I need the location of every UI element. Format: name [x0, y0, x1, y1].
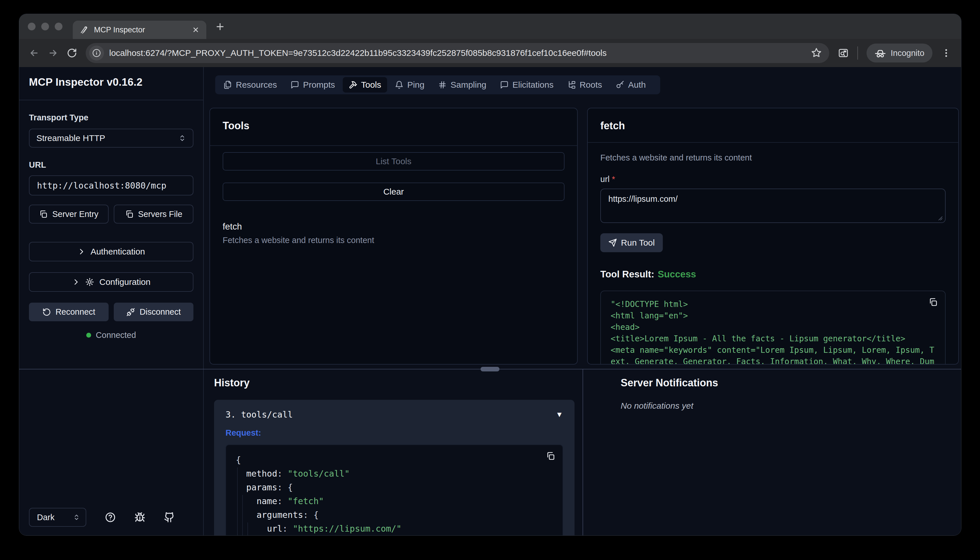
request-label: Request:	[226, 428, 563, 438]
indent-guide	[237, 467, 238, 536]
hash-icon	[438, 80, 447, 89]
copy-icon[interactable]	[928, 297, 938, 307]
tools-panel-title: Tools	[210, 108, 577, 146]
tab-elicitations[interactable]: Elicitations	[494, 77, 559, 93]
key-icon	[616, 80, 624, 89]
window-close-button[interactable]	[28, 23, 35, 30]
tab-label: Ping	[407, 80, 424, 90]
tab-label: Auth	[628, 80, 646, 90]
menu-dots-icon[interactable]	[941, 48, 951, 58]
app-viewport: MCP Inspector v0.16.2 Transport Type Str…	[19, 67, 961, 536]
rotate-ccw-icon	[42, 308, 51, 317]
servers-file-button[interactable]: Servers File	[114, 205, 193, 223]
disconnect-button[interactable]: Disconnect	[114, 303, 193, 321]
tab-roots[interactable]: Roots	[561, 77, 608, 93]
incognito-spy-icon	[875, 47, 886, 59]
collapse-caret-icon[interactable]: ▼	[556, 410, 563, 419]
servers-file-label: Servers File	[138, 210, 183, 219]
chevron-right-icon	[72, 278, 80, 286]
clear-button[interactable]: Clear	[223, 183, 564, 201]
tab-tools[interactable]: Tools	[343, 77, 387, 93]
sidebar-divider	[19, 100, 203, 100]
tab-label: Tools	[361, 80, 381, 90]
status-label: Connected	[96, 330, 136, 340]
list-tools-label: List Tools	[376, 157, 411, 166]
param-name: url	[600, 175, 609, 184]
bookmark-star-icon[interactable]	[811, 48, 825, 58]
forward-icon[interactable]	[48, 48, 58, 58]
notifications-empty-text: No notifications yet	[621, 401, 961, 411]
history-entry-card: 3. tools/call ▼ Request: { method: "tool…	[214, 400, 574, 536]
param-url-textarea[interactable]: https://lipsum.com/	[600, 188, 946, 223]
tab-title: MCP Inspector	[94, 25, 187, 34]
indent-guide	[248, 522, 248, 536]
chevrons-up-down-icon	[73, 514, 80, 521]
disconnect-label: Disconnect	[140, 307, 181, 317]
tool-detail-description: Fetches a website and returns its conten…	[600, 153, 946, 162]
tool-result-status: Success	[658, 269, 696, 280]
window-zoom-button[interactable]	[55, 23, 62, 30]
tab-prompts[interactable]: Prompts	[285, 77, 341, 93]
authentication-label: Authentication	[91, 247, 145, 257]
tool-description: Fetches a website and returns its conten…	[223, 236, 564, 245]
browser-tab[interactable]: MCP Inspector	[73, 21, 206, 39]
chevrons-up-down-icon	[178, 134, 186, 142]
back-icon[interactable]	[29, 48, 39, 58]
authentication-button[interactable]: Authentication	[29, 242, 193, 262]
search-tabs-icon[interactable]	[838, 48, 849, 58]
history-entry-header[interactable]: 3. tools/call ▼	[226, 410, 563, 420]
server-notifications-title: Server Notifications	[621, 377, 961, 389]
tab-resources[interactable]: Resources	[218, 77, 283, 93]
url-bar[interactable]: localhost:6274/?MCP_PROXY_AUTH_TOKEN=9e7…	[86, 43, 829, 63]
app-title: MCP Inspector v0.16.2	[29, 76, 193, 88]
tab-ping[interactable]: Ping	[389, 77, 430, 93]
copy-icon	[39, 210, 48, 218]
reload-icon[interactable]	[67, 48, 77, 58]
copy-icon	[125, 210, 133, 218]
hammer-icon	[349, 80, 357, 89]
resize-grip-icon[interactable]	[938, 215, 943, 221]
tool-result-code-lines: "<!DOCTYPE html><html lang="en"><head><t…	[611, 298, 935, 365]
bell-icon	[395, 80, 403, 89]
site-info-icon[interactable]	[89, 45, 104, 60]
github-icon[interactable]	[164, 512, 175, 523]
transport-type-select[interactable]: Streamable HTTP	[29, 129, 193, 148]
window-controls[interactable]	[28, 14, 62, 39]
tool-result-codeblock: "<!DOCTYPE html><html lang="en"><head><t…	[600, 291, 946, 365]
tool-list-item-fetch[interactable]: fetch Fetches a website and returns its …	[223, 222, 564, 245]
url-label: URL	[29, 160, 193, 170]
theme-select[interactable]: Dark	[29, 508, 86, 527]
request-codeblock: { method: "tools/call" params: { name: "…	[226, 445, 563, 536]
connection-status: Connected	[29, 330, 193, 340]
help-circle-icon[interactable]	[105, 512, 116, 523]
mcp-logo-icon	[80, 25, 89, 34]
reconnect-label: Reconnect	[56, 307, 95, 317]
theme-value: Dark	[37, 513, 73, 522]
server-entry-label: Server Entry	[52, 210, 98, 219]
bug-icon[interactable]	[135, 512, 145, 523]
tools-panel: Tools List Tools Clear fetch Fetches a w…	[210, 108, 578, 365]
configuration-button[interactable]: Configuration	[29, 272, 193, 292]
tab-auth[interactable]: Auth	[610, 77, 652, 93]
sidebar: MCP Inspector v0.16.2 Transport Type Str…	[19, 67, 204, 536]
url-text[interactable]: localhost:6274/?MCP_PROXY_AUTH_TOKEN=9e7…	[109, 48, 806, 58]
required-marker: *	[612, 175, 615, 184]
tab-label: Elicitations	[512, 80, 553, 90]
transport-type-label: Transport Type	[29, 113, 193, 122]
history-pane: History 3. tools/call ▼ Request: { metho…	[204, 369, 582, 536]
send-icon	[608, 238, 617, 247]
window-minimize-button[interactable]	[41, 23, 49, 30]
bottom-panes: History 3. tools/call ▼ Request: { metho…	[204, 369, 961, 536]
transport-type-value: Streamable HTTP	[37, 133, 178, 143]
new-tab-button[interactable]	[215, 14, 225, 39]
tab-sampling[interactable]: Sampling	[432, 77, 492, 93]
server-url-input[interactable]: http://localhost:8080/mcp	[29, 175, 193, 195]
run-tool-button[interactable]: Run Tool	[600, 233, 663, 252]
tab-close-icon[interactable]	[192, 26, 200, 33]
screenshot-stage: MCP Inspector	[0, 0, 980, 560]
reconnect-button[interactable]: Reconnect	[29, 303, 108, 321]
list-tools-button[interactable]: List Tools	[223, 152, 564, 170]
copy-icon[interactable]	[546, 452, 555, 460]
tool-detail-panel: fetch Fetches a website and returns its …	[587, 108, 959, 365]
server-entry-button[interactable]: Server Entry	[29, 205, 108, 223]
